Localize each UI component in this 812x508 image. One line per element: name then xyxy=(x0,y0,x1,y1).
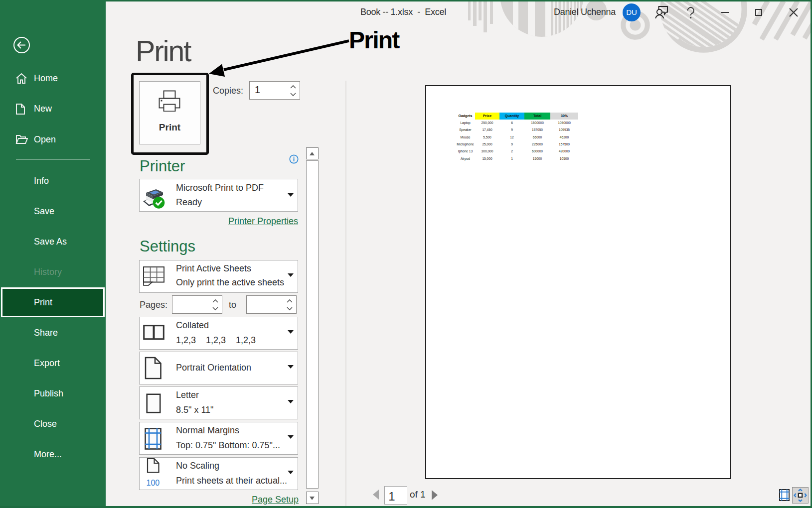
svg-text:100: 100 xyxy=(147,479,160,487)
